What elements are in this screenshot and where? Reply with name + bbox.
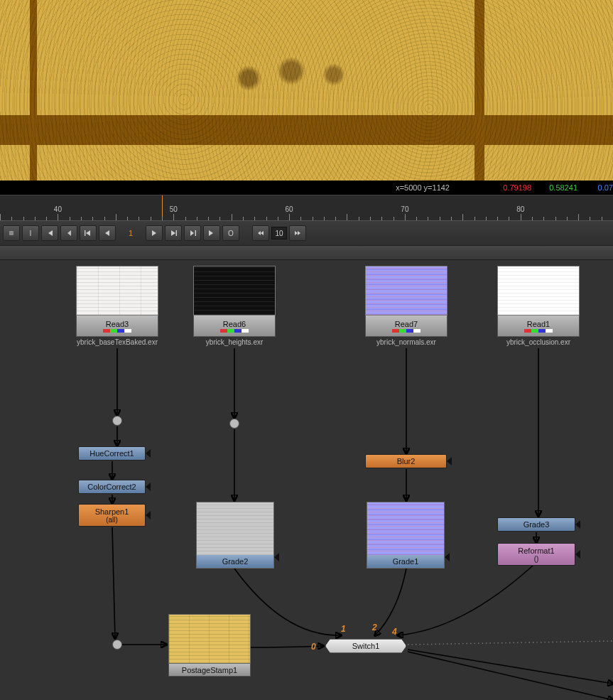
panel-separator[interactable] <box>0 246 613 260</box>
play-back-button[interactable] <box>99 225 116 241</box>
tick-label: 50 <box>170 205 178 213</box>
reformat-node[interactable]: Reformat1() <box>497 543 575 566</box>
node-sublabel: (all) <box>106 516 118 524</box>
options-menu[interactable] <box>3 225 20 241</box>
step-back-button[interactable] <box>80 225 97 241</box>
mask-input-icon[interactable] <box>146 483 151 491</box>
mask-input-icon[interactable] <box>146 449 151 458</box>
sharpen-node[interactable]: Sharpen1(all) <box>78 504 146 527</box>
mask-input-icon[interactable] <box>575 550 580 559</box>
grade1-node[interactable]: Grade1 <box>367 502 445 569</box>
dot-node[interactable] <box>113 416 122 426</box>
switch-port-label: 2 <box>372 623 377 632</box>
read-node[interactable]: Read3 ybrick_baseTexBaked.exr <box>76 266 158 346</box>
postagestamp-node[interactable]: PostageStamp1 <box>168 614 251 677</box>
node-label: Blur2 <box>397 457 416 465</box>
read-node[interactable]: Read1 ybrick_occlusion.exr <box>497 266 580 346</box>
skip-back-button[interactable] <box>252 225 269 241</box>
mask-input-icon[interactable] <box>447 457 452 465</box>
tick-label: 60 <box>286 205 293 213</box>
step-fwd-button[interactable] <box>165 225 182 241</box>
viewer-info-bar: x=5000 y=1142 0.79198 0.58241 0.07 <box>0 181 613 195</box>
mask-input-icon[interactable] <box>575 520 580 529</box>
prev-key-button[interactable] <box>60 225 77 241</box>
node-thumb <box>76 266 158 316</box>
skip-fwd-button[interactable] <box>289 225 306 241</box>
node-thumb <box>497 266 580 316</box>
node-thumb <box>168 614 251 664</box>
node-label: Read3 <box>106 320 129 328</box>
pixel-g: 0.58241 <box>549 181 577 195</box>
read-node[interactable]: Read6 ybrick_heights.exr <box>193 266 276 346</box>
mask-input-icon[interactable] <box>274 553 279 561</box>
node-thumb <box>193 266 276 316</box>
node-thumb <box>197 502 273 555</box>
node-thumb <box>365 266 447 316</box>
node-label: Read1 <box>527 320 550 328</box>
pixel-coord: x=5000 y=1142 <box>396 181 450 195</box>
viewer-panel[interactable] <box>0 0 613 181</box>
node-label: Read7 <box>395 320 418 328</box>
last-frame-button[interactable] <box>203 225 220 241</box>
node-label: Switch1 <box>352 642 380 650</box>
node-graph[interactable]: HueCorrect1 ColorCorrect2 Sharpen1(all) … <box>0 260 613 700</box>
frame-skip-input[interactable] <box>271 227 287 239</box>
timeline[interactable]: 4050607080 <box>0 195 613 220</box>
first-frame-button[interactable] <box>41 225 58 241</box>
node-thumb <box>367 502 444 555</box>
node-label: Grade3 <box>524 520 550 529</box>
svg-rect-1 <box>176 230 177 236</box>
switch-port-label: 4 <box>392 627 397 637</box>
grade2-node[interactable]: Grade2 <box>196 502 274 569</box>
node-label: Grade1 <box>393 557 419 566</box>
next-key-button[interactable] <box>184 225 201 241</box>
node-label: Sharpen1 <box>95 507 129 516</box>
grade3-node[interactable]: Grade3 <box>497 517 575 532</box>
playback-bar: I 1 O <box>0 220 613 246</box>
node-filename: ybrick_occlusion.exr <box>497 338 580 346</box>
node-label: Grade2 <box>222 557 249 566</box>
inpoint-button[interactable]: I <box>22 225 39 241</box>
node-label: Reformat1 <box>518 546 554 555</box>
switch-port-label: 0 <box>311 642 316 652</box>
current-frame[interactable]: 1 <box>118 229 143 237</box>
node-sublabel: () <box>534 555 539 563</box>
switch-node[interactable]: Switch1 <box>325 639 406 653</box>
read-node[interactable]: Read7 ybrick_normals.exr <box>365 266 447 346</box>
colorcorrect-node[interactable]: ColorCorrect2 <box>78 480 146 494</box>
dot-node[interactable] <box>113 640 122 650</box>
pixel-r: 0.79198 <box>503 181 531 195</box>
tick-label: 70 <box>401 205 408 213</box>
dot-node[interactable] <box>230 419 239 429</box>
node-label: Read6 <box>223 320 246 328</box>
huecorrect-node[interactable]: HueCorrect1 <box>78 446 146 461</box>
outpoint-button[interactable]: O <box>222 225 239 241</box>
tick-label: 80 <box>516 205 524 213</box>
blur-node[interactable]: Blur2 <box>365 454 447 468</box>
mask-input-icon[interactable] <box>146 511 151 519</box>
switch-port-label: 1 <box>341 624 346 634</box>
viewer-image <box>0 0 613 181</box>
tick-label: 40 <box>54 205 62 213</box>
pixel-b: 0.07 <box>598 181 613 195</box>
mask-input-icon[interactable] <box>445 553 450 561</box>
play-button[interactable] <box>146 225 163 241</box>
node-filename: ybrick_baseTexBaked.exr <box>76 338 158 346</box>
node-filename: ybrick_heights.exr <box>193 338 276 346</box>
node-filename: ybrick_normals.exr <box>365 338 447 346</box>
svg-rect-0 <box>85 230 85 236</box>
